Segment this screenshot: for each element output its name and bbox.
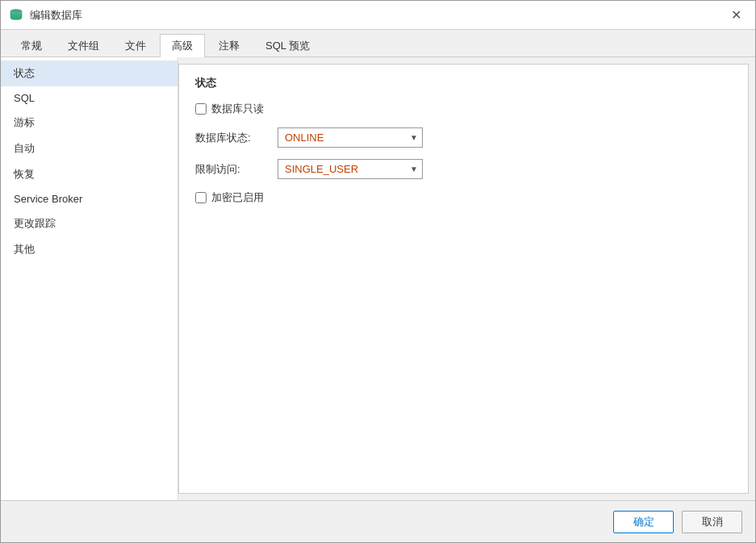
encryption-label-text: 加密已启用 (211, 190, 264, 205)
db-icon (9, 8, 23, 23)
encryption-label[interactable]: 加密已启用 (195, 190, 264, 205)
sidebar-item-recovery[interactable]: 恢复 (1, 161, 178, 187)
sidebar-item-sql[interactable]: SQL (1, 86, 178, 110)
readonly-row: 数据库只读 (195, 102, 732, 116)
sidebar-item-status[interactable]: 状态 (1, 61, 178, 86)
sidebar-item-service-broker[interactable]: Service Broker (1, 187, 178, 211)
tab-general[interactable]: 常规 (9, 34, 54, 57)
tab-filegroups[interactable]: 文件组 (56, 34, 111, 57)
db-status-select[interactable]: ONLINE OFFLINE EMERGENCY (278, 127, 423, 148)
sidebar-item-other[interactable]: 其他 (1, 236, 178, 262)
restrict-access-row: 限制访问: SINGLE_USER MULTI_USER RESTRICTED_… (195, 159, 732, 179)
title-bar: 编辑数据库 ✕ (1, 1, 755, 30)
restrict-access-select[interactable]: SINGLE_USER MULTI_USER RESTRICTED_USER (278, 159, 423, 179)
tab-files[interactable]: 文件 (113, 34, 158, 57)
svg-point-0 (10, 9, 22, 13)
db-status-select-wrapper: ONLINE OFFLINE EMERGENCY ▼ (278, 127, 423, 148)
sidebar-item-auto[interactable]: 自动 (1, 136, 178, 161)
db-status-row: 数据库状态: ONLINE OFFLINE EMERGENCY ▼ (195, 127, 732, 148)
restrict-access-label: 限制访问: (195, 162, 268, 177)
cancel-button[interactable]: 取消 (682, 511, 742, 533)
footer: 确定 取消 (1, 500, 755, 542)
content-area: 状态 SQL 游标 自动 恢复 Service Broker 更改跟踪 其他 状… (1, 57, 755, 500)
tab-bar: 常规 文件组 文件 高级 注释 SQL 预览 (1, 30, 755, 57)
main-window: 编辑数据库 ✕ 常规 文件组 文件 高级 注释 SQL 预览 状态 SQL 游标… (0, 0, 756, 543)
restrict-access-select-wrapper: SINGLE_USER MULTI_USER RESTRICTED_USER ▼ (278, 159, 423, 179)
db-status-label: 数据库状态: (195, 131, 268, 145)
tab-notes[interactable]: 注释 (207, 34, 252, 57)
readonly-label-text: 数据库只读 (211, 102, 264, 116)
close-button[interactable]: ✕ (725, 4, 747, 27)
tab-sql-preview[interactable]: SQL 预览 (253, 34, 322, 57)
tab-advanced[interactable]: 高级 (160, 34, 205, 57)
readonly-checkbox[interactable] (195, 103, 207, 115)
main-panel: 状态 数据库只读 数据库状态: ONLINE OFFLINE EMERGENCY (178, 64, 749, 494)
readonly-label[interactable]: 数据库只读 (195, 102, 264, 116)
encryption-checkbox[interactable] (195, 192, 207, 203)
title-bar-left: 编辑数据库 (9, 8, 82, 23)
encryption-row: 加密已启用 (195, 190, 732, 205)
sidebar: 状态 SQL 游标 自动 恢复 Service Broker 更改跟踪 其他 (1, 57, 178, 500)
section-title: 状态 (195, 76, 732, 90)
sidebar-item-cursor[interactable]: 游标 (1, 110, 178, 136)
window-title: 编辑数据库 (30, 8, 82, 23)
sidebar-item-change-tracking[interactable]: 更改跟踪 (1, 211, 178, 236)
ok-button[interactable]: 确定 (613, 511, 674, 533)
